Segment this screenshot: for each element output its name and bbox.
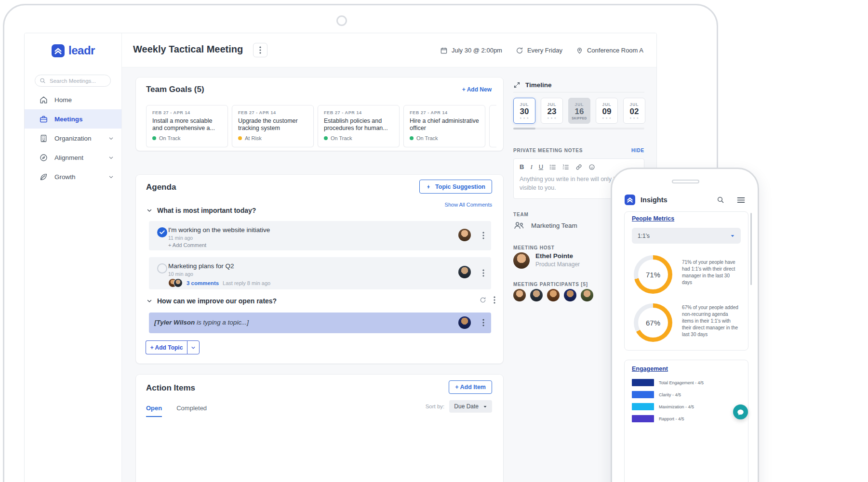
date-dots: ● ● ●: [547, 117, 556, 119]
sidebar-item-growth[interactable]: Growth: [25, 167, 121, 186]
hamburger-menu-icon[interactable]: [737, 197, 745, 203]
add-item-button[interactable]: + Add Item: [449, 380, 492, 394]
timeline-scroll-thumb[interactable]: [513, 128, 535, 130]
topic-kebab-button[interactable]: [482, 269, 484, 279]
agenda-section-2-header[interactable]: How can we improve our open rates?: [147, 297, 277, 305]
meeting-location: Conference Room A: [576, 47, 643, 54]
date-day: 16: [575, 108, 584, 116]
sidebar-nav: Home Meetings Organization Alignment: [25, 90, 121, 186]
date-day: 09: [602, 108, 612, 116]
phone-scrollbar[interactable]: [750, 213, 752, 285]
sidebar-item-alignment[interactable]: Alignment: [25, 148, 121, 167]
date-month: JUL: [547, 102, 556, 107]
sort-control: Sort by: Due Date: [426, 400, 492, 413]
goal-dates: FEB 27 - APR 14: [238, 110, 307, 115]
date-card-jul-30[interactable]: JUL 30 ● ● ●: [513, 98, 535, 124]
italic-button[interactable]: I: [530, 163, 532, 170]
host-name: Ethel Pointe: [535, 252, 580, 260]
goal-card[interactable]: FEB 27 - APR 14 Establish policies and p…: [318, 105, 400, 147]
avatar: [581, 289, 593, 301]
timeline-expand-icon: [513, 81, 521, 89]
team-label: TEAM: [513, 212, 529, 217]
date-card-jul-02[interactable]: JUL 02 ● ● ●: [623, 98, 645, 124]
bullet-list-button[interactable]: [549, 164, 556, 170]
add-topic-button[interactable]: + Add Topic: [146, 340, 187, 354]
show-all-comments-link[interactable]: Show All Comments: [445, 202, 492, 208]
search-meetings-input[interactable]: [49, 78, 106, 84]
metrics-filter-dropdown[interactable]: 1:1's: [632, 228, 741, 244]
donut-percent-label: 71%: [634, 255, 672, 294]
goal-card[interactable]: FEB 27 - APR 14 Hire a chief administrat…: [403, 105, 485, 147]
kebab-icon: [494, 296, 495, 304]
bold-button[interactable]: B: [520, 163, 524, 170]
goal-title: Hire a chief administrative officer: [410, 117, 479, 132]
metric-description: 67% of your people added non-recurring a…: [682, 304, 741, 342]
sort-dropdown[interactable]: Due Date: [449, 400, 492, 413]
people-metrics-title: People Metrics: [632, 215, 674, 222]
add-comment-link[interactable]: + Add Comment: [168, 242, 206, 248]
engagement-bar-row: Maximization - 4/5: [632, 403, 694, 410]
agenda-topic-row: Marketing plans for Q2 10 min ago 3 comm…: [149, 257, 491, 289]
metric-row: 67% 67% of your people added non-recurri…: [634, 303, 741, 342]
sidebar-item-home[interactable]: Home: [25, 90, 121, 109]
search-icon[interactable]: [717, 196, 724, 204]
goal-card[interactable]: FEB 27 - APR 14 Install a more scalable …: [146, 105, 228, 147]
goal-card[interactable]: FEB 27 - APR 14 Upgrade the customer tra…: [232, 105, 314, 147]
page-title: Weekly Tactical Meeting: [133, 44, 243, 55]
add-new-goal-link[interactable]: + Add New: [462, 86, 492, 93]
date-card-jul-09[interactable]: JUL 09 ● ● ●: [596, 98, 618, 124]
group-icon: [513, 221, 525, 230]
meeting-datetime-text: July 30 @ 2:00pm: [452, 47, 502, 54]
meeting-options-button[interactable]: [253, 43, 267, 57]
timeline-scrollbar[interactable]: [513, 128, 644, 130]
goal-status: On Track: [159, 135, 181, 141]
topic-kebab-button[interactable]: [482, 319, 484, 328]
recurring-topic-icon[interactable]: [480, 297, 486, 303]
search-meetings-box[interactable]: [35, 75, 111, 87]
typing-text: [Tyler Wilson is typing a topic...]: [154, 319, 249, 326]
topic-kebab-button[interactable]: [482, 232, 484, 241]
add-topic-caret-button[interactable]: [187, 340, 200, 354]
sidebar-item-organization[interactable]: Organization: [25, 129, 121, 148]
topic-suggestion-button[interactable]: Topic Suggestion: [419, 180, 492, 194]
emoji-button[interactable]: [588, 164, 595, 170]
date-card-jul-23[interactable]: JUL 23 ● ● ●: [541, 98, 563, 124]
engagement-bar-label: Clarity - 4/5: [659, 392, 681, 397]
phone-speaker: [672, 180, 699, 183]
team-goals-count: (5): [194, 85, 204, 94]
donut-percent-label: 67%: [634, 303, 672, 342]
link-button[interactable]: [575, 164, 582, 170]
chat-fab-button[interactable]: [733, 404, 748, 419]
team-row: Marketing Team: [513, 221, 577, 230]
growth-icon: [39, 172, 48, 182]
last-reply-text: Last reply 8 min ago: [223, 280, 270, 286]
hide-notes-link[interactable]: HIDE: [631, 148, 644, 153]
goal-title: Install a more scalable and comprehensiv…: [152, 117, 222, 132]
goal-cards-row: FEB 27 - APR 14 Install a more scalable …: [146, 105, 496, 147]
donut-chart-67: 67%: [634, 303, 672, 342]
timeline-dates: JUL 30 ● ● ● JUL 23 ● ● ● JUL 16 SKI: [513, 98, 645, 124]
date-card-jul-16-skipped[interactable]: JUL 16 SKIPPED: [568, 98, 590, 124]
sidebar-item-meetings[interactable]: Meetings: [25, 109, 121, 129]
topic-checkbox-unchecked[interactable]: [157, 263, 167, 274]
topic-checkbox-checked[interactable]: [157, 227, 167, 237]
tab-completed[interactable]: Completed: [176, 404, 207, 417]
status-dot: [152, 136, 156, 140]
section-kebab-button[interactable]: [494, 296, 495, 304]
comments-count-link[interactable]: 3 comments: [187, 280, 219, 286]
avatar: [458, 266, 471, 278]
underline-button[interactable]: U: [539, 163, 543, 170]
topic-suggestion-label: Topic Suggestion: [435, 183, 485, 190]
agenda-section-1-header[interactable]: What is most important today?: [147, 207, 256, 214]
meeting-location-text: Conference Room A: [587, 47, 643, 54]
meeting-host-label: MEETING HOST: [513, 245, 555, 250]
notes-toolbar: B I U: [520, 163, 638, 170]
leadr-app-window: leadr Home Meetings: [24, 33, 657, 482]
engagement-bar-row: Total Engagement - 4/5: [632, 379, 704, 386]
numbered-list-button[interactable]: [562, 164, 569, 170]
goal-dates: FEB 27 - APR 14: [410, 110, 479, 115]
tab-open[interactable]: Open: [146, 404, 162, 417]
date-dots: ● ● ●: [602, 117, 611, 119]
date-month: JUL: [574, 102, 584, 107]
leadr-logo: leadr: [25, 44, 122, 57]
